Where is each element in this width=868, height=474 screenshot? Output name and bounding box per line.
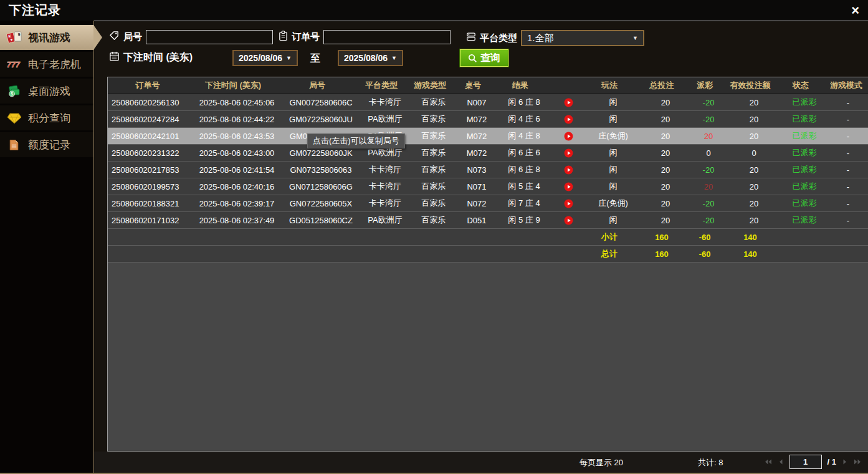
cell-result: 闲 5 庄 9 — [497, 212, 551, 228]
cell-order_no: 250806020199573 — [108, 178, 191, 195]
cell-bet_time: 2025-08-06 02:41:54 — [191, 162, 282, 178]
records-table: 订单号下注时间 (美东)局号平台类型游戏类型桌号结果玩法总投注派彩有效投注额状态… — [107, 77, 868, 452]
calendar-icon — [109, 51, 120, 64]
cell-payout: -20 — [690, 195, 727, 211]
cell-game_type: 百家乐 — [411, 162, 457, 178]
play-video-icon[interactable] — [564, 132, 573, 141]
last-page-icon[interactable] — [854, 458, 862, 465]
cell-video — [551, 195, 585, 211]
column-header-10[interactable]: 派彩 — [686, 77, 723, 94]
column-header-11[interactable]: 有效投注额 — [723, 77, 777, 94]
table-row[interactable]: 2508060202178532025-08-06 02:41:54GN0732… — [108, 162, 868, 178]
column-header-0[interactable]: 订单号 — [108, 77, 188, 94]
order-no-filter: 订单号 — [279, 30, 451, 44]
cell-order_no: 250806020217853 — [108, 162, 191, 178]
table-row[interactable]: 2508060202561302025-08-06 02:45:06GN0072… — [108, 94, 868, 111]
column-header-13[interactable]: 游戏模式 — [824, 77, 868, 94]
column-header-5[interactable]: 桌号 — [453, 77, 493, 94]
subtotal-game_type — [407, 229, 453, 245]
play-video-icon[interactable] — [564, 98, 573, 107]
sidebar-item-3[interactable]: 积分查询 — [0, 105, 93, 130]
column-header-12[interactable]: 状态 — [777, 77, 824, 94]
round-no-input[interactable] — [146, 30, 273, 44]
column-header-3[interactable]: 平台类型 — [356, 77, 407, 94]
column-header-8[interactable]: 玩法 — [581, 77, 637, 94]
total-table_no — [453, 246, 493, 262]
document-icon — [6, 139, 22, 151]
next-page-icon[interactable] — [842, 458, 848, 465]
table-row[interactable]: 2508060202313222025-08-06 02:43:00GM0722… — [108, 145, 868, 162]
cell-bet_time: 2025-08-06 02:43:00 — [191, 145, 282, 161]
cell-total_bet: 20 — [641, 212, 690, 228]
titlebar: 下注记录 × — [0, 0, 868, 21]
total-platform — [356, 246, 407, 262]
cell-game_mode: - — [828, 195, 868, 211]
cell-status: 已派彩 — [781, 212, 828, 228]
betting-records-window: 下注记录 × K♥9视讯游戏777电子老虎机$桌面游戏积分查询额度记录 局号 订… — [0, 0, 868, 474]
cell-status: 已派彩 — [781, 128, 828, 144]
table-row[interactable]: 2508060201710322025-08-06 02:37:49GD0512… — [108, 212, 868, 229]
play-video-icon[interactable] — [564, 199, 573, 208]
cell-bet_time: 2025-08-06 02:40:16 — [191, 178, 282, 195]
svg-text:9: 9 — [17, 32, 20, 37]
sidebar-item-2[interactable]: $桌面游戏 — [0, 79, 93, 104]
slots-777-icon: 777 — [6, 59, 22, 70]
cell-total_bet: 20 — [641, 145, 690, 161]
cell-status: 已派彩 — [781, 162, 828, 178]
cell-table_no: N071 — [457, 178, 497, 195]
first-page-icon[interactable] — [764, 458, 772, 465]
bet-time-label: 下注时间 (美东) — [123, 51, 193, 64]
date-from-picker[interactable]: 2025/08/06 ▼ — [232, 50, 298, 66]
date-to-picker[interactable]: 2025/08/06 ▼ — [338, 50, 403, 66]
cell-result: 闲 6 庄 8 — [497, 162, 551, 178]
play-video-icon[interactable] — [564, 115, 573, 124]
page-total: / 1 — [827, 457, 836, 467]
subtotal-result — [493, 229, 548, 245]
sidebar-item-1[interactable]: 777电子老虎机 — [0, 52, 93, 77]
play-video-icon[interactable] — [564, 165, 573, 175]
column-header-7[interactable] — [548, 77, 581, 94]
column-header-6[interactable]: 结果 — [493, 77, 548, 94]
cell-game_mode: - — [828, 111, 868, 127]
cell-total_bet: 20 — [641, 162, 690, 178]
cell-status: 已派彩 — [781, 111, 828, 127]
total-row: 总计160-60140 — [108, 246, 868, 263]
cell-game_mode: - — [828, 162, 868, 178]
order-no-input[interactable] — [323, 30, 451, 44]
column-header-4[interactable]: 游戏类型 — [407, 77, 453, 94]
query-button[interactable]: 查询 — [460, 49, 508, 67]
table-row[interactable]: 2508060202472842025-08-06 02:44:22GM0722… — [108, 111, 868, 128]
cell-game_type: 百家乐 — [411, 145, 457, 161]
sidebar-item-4[interactable]: 额度记录 — [0, 132, 93, 157]
cell-round_no: GN0722580605X — [282, 195, 360, 211]
page-input[interactable] — [789, 455, 822, 469]
date-from-group: 2025/08/06 ▼ — [232, 50, 298, 66]
cell-bet_time: 2025-08-06 02:44:22 — [191, 111, 282, 127]
total-total_bet: 160 — [637, 246, 686, 262]
cell-video — [551, 212, 585, 228]
cell-result: 闲 5 庄 4 — [497, 178, 551, 195]
close-icon[interactable]: × — [851, 4, 859, 17]
play-video-icon[interactable] — [564, 216, 573, 225]
diamond-icon — [6, 112, 22, 124]
platform-type-select[interactable]: 1.全部 ▼ — [521, 30, 644, 46]
footer: 每页显示 20 共计: 8 / 1 — [94, 452, 868, 473]
column-header-9[interactable]: 总投注 — [637, 77, 686, 94]
play-video-icon[interactable] — [564, 148, 573, 158]
column-header-1[interactable]: 下注时间 (美东) — [188, 77, 279, 94]
cell-valid_bet: 20 — [727, 94, 781, 110]
column-header-2[interactable]: 局号 — [279, 77, 356, 94]
cell-bet_time: 2025-08-06 02:45:06 — [191, 94, 282, 110]
prev-page-icon[interactable] — [778, 458, 784, 465]
sidebar-item-0[interactable]: K♥9视讯游戏 — [0, 25, 93, 50]
table-row[interactable]: 2508060201883212025-08-06 02:39:17GN0722… — [108, 195, 868, 212]
table-row[interactable]: 2508060201995732025-08-06 02:40:16GN0712… — [108, 178, 868, 195]
cell-valid_bet: 20 — [727, 128, 781, 144]
cell-result: 闲 6 庄 8 — [497, 94, 551, 110]
platform-type-filter: 平台类型 1.全部 ▼ — [466, 30, 644, 46]
cell-play_type: 闲 — [585, 178, 641, 195]
table-row[interactable]: 2508060202421012025-08-06 02:43:53GM0722… — [108, 128, 868, 145]
play-video-icon[interactable] — [564, 182, 573, 191]
cell-valid_bet: 20 — [727, 111, 781, 127]
cell-total_bet: 20 — [641, 111, 690, 127]
